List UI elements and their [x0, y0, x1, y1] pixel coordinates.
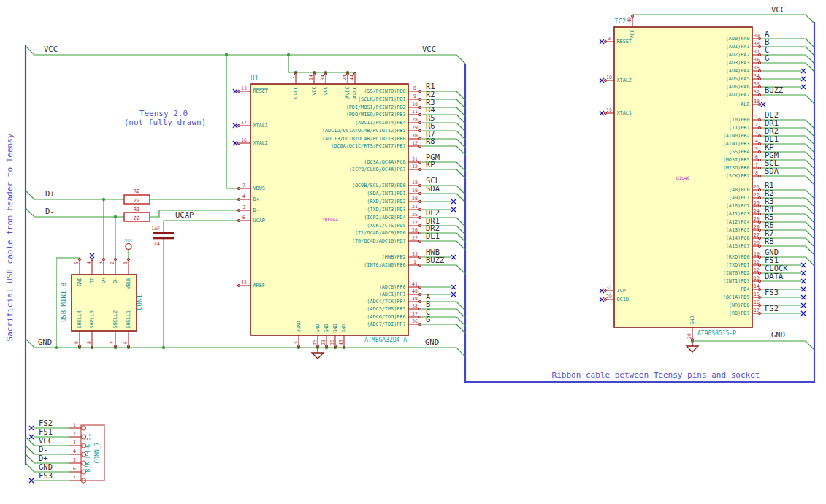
pin-name: D+ — [253, 196, 259, 202]
pin-name: (AD5)PA5 — [726, 76, 750, 82]
net-label: GND — [39, 462, 53, 471]
net-label-ic2-vcc: VCC — [771, 5, 785, 14]
pin-number: 12 — [754, 267, 760, 273]
pin-name: PD4 — [741, 286, 749, 292]
junction-dot — [287, 53, 290, 56]
pin-number: 2 — [110, 261, 115, 264]
pin-number: 8 — [86, 341, 92, 344]
pin-name: (A10)PC2 — [726, 203, 750, 209]
pin-name: VBUS — [126, 278, 131, 289]
net-label: D+ — [39, 454, 48, 462]
pin-name: D+ — [101, 278, 107, 283]
pin-name: (ADC12/OC1A/OC4B/PCINT12)PB5 — [322, 128, 406, 134]
pin-name: GND — [77, 278, 83, 286]
pin-name: (ICP2/ADC8)PD4 — [364, 215, 405, 221]
net-label: FS3 — [39, 471, 53, 480]
pin-name: VBUS — [253, 186, 265, 191]
pin-name: (SS)PB4 — [729, 149, 750, 155]
pin-number: 31 — [606, 285, 612, 291]
u1-value: ATMEGA32U4-A — [364, 337, 407, 343]
pin-name: ALE — [741, 102, 749, 107]
pin-number: 22 — [754, 192, 760, 198]
net-label: KP — [426, 160, 435, 169]
net-label: SDA — [426, 184, 440, 193]
net-label: DL1 — [426, 232, 440, 240]
pin-number: 9 — [413, 93, 416, 99]
pin-number: 34 — [754, 73, 760, 79]
c4-ref: C4 — [154, 241, 160, 247]
pin-number: 38 — [412, 303, 418, 309]
pin-name: (AD4)PA4 — [726, 68, 750, 74]
net-label: SDA — [765, 167, 779, 175]
net-label-dminus: D- — [45, 207, 55, 215]
pin-name: OC1B — [617, 297, 629, 302]
schematic-canvas: VCC 13RESET17XTAL116XTAL27VBUS4D+3D-6UCA… — [0, 0, 826, 504]
pin-number: 25 — [412, 212, 418, 218]
net-label: FS1 — [39, 427, 53, 436]
pin-number: 36 — [754, 57, 760, 63]
pin-number: 19 — [412, 188, 418, 194]
pin-number: 8 — [413, 85, 416, 91]
junction-dot — [114, 215, 117, 218]
pin-number: 20 — [687, 333, 692, 339]
pin-number: 10 — [754, 251, 760, 257]
pin-number: 26 — [412, 227, 418, 233]
pin-number: 33 — [754, 81, 760, 87]
pin-number: 25 — [754, 216, 760, 222]
junction-dot — [162, 346, 165, 349]
r3-ref: R3 — [134, 207, 139, 213]
pin-name: (OC0A/OC1C/RTS/PCINT7)PB7 — [331, 143, 405, 149]
r3-value: 22 — [134, 215, 139, 221]
pin-name: (ADC0)PF0 — [379, 284, 406, 290]
pin-name: (OC3A/OC4A)PC6 — [364, 159, 405, 165]
pin-name: RESET — [253, 88, 268, 94]
pin-name: (ADC4/TCK)PF4 — [367, 299, 405, 305]
pin-number: 15 — [754, 291, 760, 297]
pin-name: (SCLK/PCINT1)PB1 — [358, 96, 405, 102]
pin-name: UGND — [296, 321, 302, 332]
pin-name: SHELL2 — [112, 310, 118, 329]
pin-number: 30 — [412, 133, 418, 139]
pin-name: GND — [332, 324, 338, 332]
pin-number: 43 — [338, 340, 344, 345]
pin-number: 39 — [754, 33, 760, 39]
junction-dot — [225, 53, 228, 56]
pin-number: 35 — [329, 340, 335, 345]
pin-number: 41 — [412, 281, 418, 287]
pin-name: XTAL1 — [253, 123, 268, 129]
pin-name: (AIN0)PB2 — [723, 133, 750, 139]
pin-number: 9 — [74, 341, 80, 344]
pin-number: 37 — [754, 49, 760, 55]
pin-number: 2 — [755, 122, 758, 128]
pin-number: 28 — [412, 117, 418, 123]
pin-name: (T0/OC4D/ADC10)PD7 — [352, 238, 406, 244]
u1-footprint: TQFP44 — [322, 217, 338, 222]
pin-number: 16 — [241, 137, 247, 143]
pin-number: 3 — [73, 440, 76, 446]
pin-name: (RXD)PD0 — [726, 254, 750, 260]
net-label: R8 — [765, 237, 774, 245]
pin-name: (WR)PD6 — [729, 302, 750, 308]
net-label: BUZZ — [765, 85, 783, 94]
net-label: G — [765, 53, 769, 62]
pin-name: RESET — [617, 39, 632, 45]
pin-number: 1 — [755, 114, 758, 120]
pin-number: 22 — [412, 220, 418, 226]
pin-number: 36 — [412, 318, 418, 324]
pin-name: (SCK)PB7 — [726, 173, 750, 179]
pin-name: (AD0)PA0 — [726, 36, 750, 42]
pin-name: VCC — [311, 87, 317, 96]
pin-number: 27 — [412, 235, 418, 241]
pin-number: 4 — [755, 138, 758, 144]
pin-number: 6 — [242, 215, 245, 221]
pin-name: (SS/PCINT0)PB0 — [364, 88, 405, 94]
pin-number: 9 — [608, 36, 611, 42]
pin-number: 8 — [755, 170, 758, 176]
pin-number: 37 — [412, 311, 418, 317]
pin-name: (AD6)PA6 — [726, 84, 750, 90]
pin-name: UVCC — [293, 87, 299, 99]
pin-number: 15 — [312, 340, 318, 345]
pin-name: (TXD/INT3)PD3 — [367, 207, 405, 213]
net-label: DATA — [765, 272, 784, 280]
pin-number: 24 — [754, 208, 760, 214]
